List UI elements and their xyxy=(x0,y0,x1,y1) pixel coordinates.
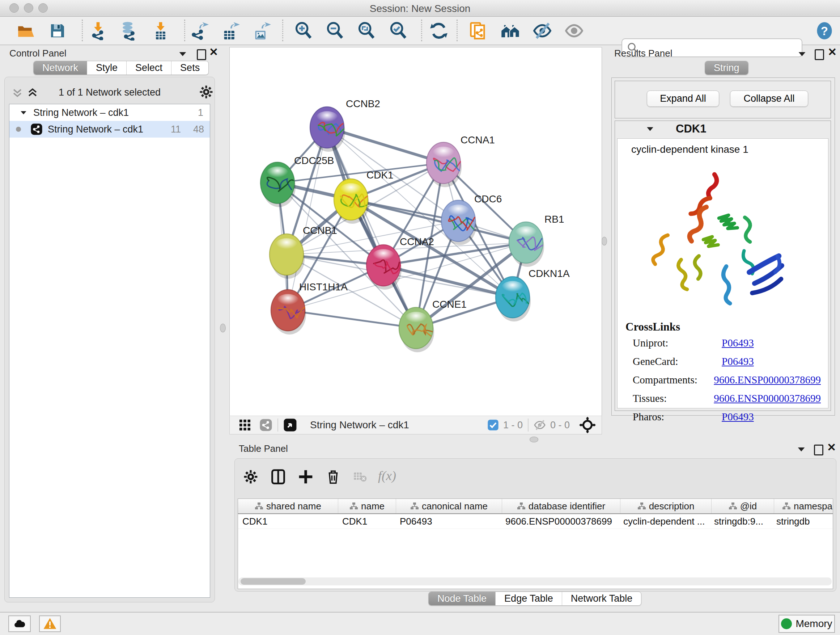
crosslink-value-link[interactable]: P06493 xyxy=(722,411,754,423)
expand-all-button[interactable]: Expand All xyxy=(647,90,719,107)
apply-layout-refresh-button[interactable] xyxy=(429,21,448,41)
collapse-all-networks-icon[interactable] xyxy=(11,87,24,99)
selected-checkbox-icon[interactable] xyxy=(487,419,499,431)
table-row[interactable]: CDK1CDK1P064939606.ENSP00000378699cyclin… xyxy=(238,514,833,529)
toolbar-separator xyxy=(282,19,283,41)
node-CCNA2[interactable] xyxy=(366,245,401,290)
tab-select[interactable]: Select xyxy=(126,61,172,74)
tab-sets[interactable]: Sets xyxy=(172,61,208,74)
node-CCNE1[interactable] xyxy=(399,307,434,352)
zoom-out-button[interactable] xyxy=(325,21,345,41)
tab-style[interactable]: Style xyxy=(87,61,126,74)
column-header-4[interactable]: description xyxy=(621,499,712,513)
open-session-button[interactable] xyxy=(16,21,35,41)
float-panel-icon[interactable] xyxy=(815,49,824,62)
edge-HIST1H1A-CCNE1[interactable] xyxy=(288,310,416,328)
memory-button[interactable]: Memory xyxy=(778,615,835,633)
zoom-fit-button[interactable] xyxy=(357,21,376,41)
node-HIST1H1A[interactable] xyxy=(271,290,306,334)
add-column-icon[interactable] xyxy=(295,467,316,487)
column-header-5[interactable]: @id xyxy=(712,499,774,513)
cloud-button[interactable] xyxy=(8,616,31,632)
network-row[interactable]: String Network – cdk1 11 48 xyxy=(9,121,210,138)
tab-network[interactable]: Network xyxy=(34,61,87,74)
share-view-icon[interactable] xyxy=(259,418,272,432)
columns-icon[interactable] xyxy=(268,467,288,487)
import-table-file-button[interactable] xyxy=(151,21,171,41)
move-crosshair-icon[interactable] xyxy=(579,417,596,433)
crosslink-value-link[interactable]: 9606.ENSP00000378699 xyxy=(714,374,821,386)
string-network-graph[interactable]: CCNB2CCNA1CDC25BCDK1CDC6RB1CCNB1CCNA2CDK… xyxy=(230,48,602,416)
collection-expand-icon[interactable] xyxy=(21,111,26,114)
scrollbar-thumb[interactable] xyxy=(240,578,306,585)
float-panel-icon[interactable] xyxy=(197,49,206,62)
crosslink-value-link[interactable]: P06493 xyxy=(722,356,754,367)
column-header-0[interactable]: shared name xyxy=(238,499,338,513)
export-network-button[interactable] xyxy=(189,21,209,41)
column-header-6[interactable]: namespac xyxy=(774,499,833,513)
node-CDK1[interactable] xyxy=(334,179,369,224)
close-panel-icon[interactable]: ✕ xyxy=(828,48,837,57)
node-CDC6[interactable] xyxy=(441,200,477,245)
grid-view-icon[interactable] xyxy=(238,418,251,432)
delete-column-icon[interactable] xyxy=(323,467,343,487)
edge-CDK1-RB1[interactable] xyxy=(351,200,526,242)
tab-edge-table[interactable]: Edge Table xyxy=(496,592,562,605)
new-network-from-selection-button[interactable] xyxy=(468,21,488,41)
help-button[interactable]: ? xyxy=(815,21,834,41)
tab-network-table[interactable]: Network Table xyxy=(562,592,641,605)
crosslinks-list: Uniprot:P06493GeneCard:P06493Compartment… xyxy=(633,337,821,429)
warning-button[interactable] xyxy=(39,616,61,632)
import-network-database-button[interactable] xyxy=(118,21,138,41)
node-CCNB2[interactable] xyxy=(310,107,345,152)
column-header-1[interactable]: name xyxy=(338,499,396,513)
node-table: shared namenamecanonical namedatabase id… xyxy=(238,499,833,589)
first-neighbors-button[interactable] xyxy=(501,21,520,41)
export-table-button[interactable] xyxy=(221,21,240,41)
node-CCNB1[interactable] xyxy=(270,234,305,279)
crosslink-value-link[interactable]: P06493 xyxy=(722,337,754,349)
column-header-3[interactable]: database identifier xyxy=(502,499,621,513)
birdseye-view-icon[interactable] xyxy=(283,418,297,432)
zoom-selected-button[interactable] xyxy=(388,21,408,41)
table-cell: 9606.ENSP00000378699 xyxy=(501,514,619,529)
gene-symbol: CDK1 xyxy=(676,122,706,135)
save-session-button[interactable] xyxy=(48,21,67,41)
node-label-CCNB2: CCNB2 xyxy=(346,98,380,109)
network-canvas[interactable]: CCNB2CCNA1CDC25BCDK1CDC6RB1CCNB1CCNA2CDK… xyxy=(229,47,602,416)
node-CCNA1[interactable] xyxy=(426,142,462,187)
expand-all-networks-icon[interactable] xyxy=(27,87,39,99)
export-image-button[interactable] xyxy=(252,21,271,41)
gene-collapse-icon[interactable] xyxy=(647,127,653,131)
bottom-splitter-handle[interactable] xyxy=(530,437,538,442)
node-CDKN1A[interactable] xyxy=(496,277,531,321)
collapse-panel-icon[interactable] xyxy=(798,51,806,58)
column-header-2[interactable]: canonical name xyxy=(396,499,502,513)
crosslink-value-link[interactable]: 9606.ENSP00000378699 xyxy=(714,393,821,404)
table-gear-icon[interactable] xyxy=(240,467,261,487)
network-list: String Network – cdk1 1 String Network –… xyxy=(9,104,210,598)
tab-string[interactable]: String xyxy=(705,61,748,74)
node-label-CCNE1: CCNE1 xyxy=(432,299,467,310)
import-network-file-button[interactable] xyxy=(88,21,108,41)
node-CDC25B[interactable] xyxy=(261,162,295,207)
close-panel-icon[interactable]: ✕ xyxy=(209,48,218,57)
close-panel-icon[interactable]: ✕ xyxy=(827,443,836,452)
left-splitter-handle[interactable] xyxy=(220,324,226,333)
hide-selected-button[interactable] xyxy=(532,21,552,41)
node-label-RB1: RB1 xyxy=(545,214,564,225)
results-panel-tabs: String xyxy=(705,61,748,75)
float-panel-icon[interactable] xyxy=(814,445,823,457)
collapse-panel-icon[interactable] xyxy=(179,51,187,58)
network-options-gear-icon[interactable] xyxy=(199,84,214,100)
horizontal-scrollbar[interactable] xyxy=(238,578,832,585)
node-RB1[interactable] xyxy=(509,222,544,267)
node-label-HIST1H1A: HIST1H1A xyxy=(299,281,347,293)
network-collection-row[interactable]: String Network – cdk1 1 xyxy=(9,104,210,121)
collapse-panel-icon[interactable] xyxy=(797,447,805,453)
zoom-in-button[interactable] xyxy=(294,21,313,41)
tab-node-table[interactable]: Node Table xyxy=(429,592,496,605)
edge-CCNB2-CCNE1[interactable] xyxy=(327,127,416,328)
collapse-all-button[interactable]: Collapse All xyxy=(730,90,808,107)
show-all-button[interactable] xyxy=(564,21,584,41)
